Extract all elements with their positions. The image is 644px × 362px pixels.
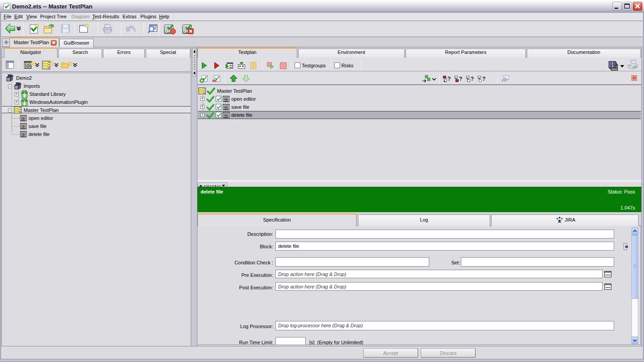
svg-text:?: ? bbox=[447, 76, 451, 82]
svg-text:?: ? bbox=[482, 76, 485, 82]
svg-text:?: ? bbox=[471, 76, 474, 82]
svg-text:?: ? bbox=[459, 76, 462, 82]
